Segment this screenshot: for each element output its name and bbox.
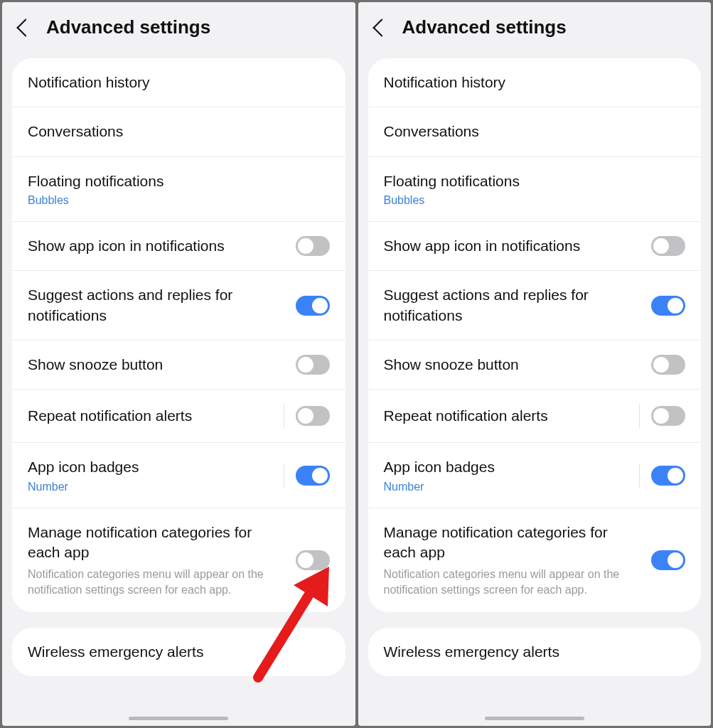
divider bbox=[639, 464, 640, 488]
row-label: Wireless emergency alerts bbox=[384, 642, 686, 662]
back-icon[interactable] bbox=[372, 18, 390, 36]
row-sub: Bubbles bbox=[28, 194, 330, 207]
row-label: Show app icon in notifications bbox=[28, 236, 284, 256]
settings-card-secondary: Wireless emergency alerts bbox=[12, 628, 345, 676]
toggle-app-icon-badges[interactable] bbox=[651, 466, 685, 486]
toggle-manage-categories[interactable] bbox=[651, 550, 685, 570]
toggle-show-app-icon[interactable] bbox=[651, 236, 685, 256]
divider bbox=[284, 404, 284, 428]
row-sub: Bubbles bbox=[384, 194, 686, 207]
divider bbox=[639, 404, 640, 428]
header: Advanced settings bbox=[2, 2, 355, 58]
row-label: Suggest actions and replies for notifica… bbox=[28, 285, 284, 326]
toggle-app-icon-badges[interactable] bbox=[296, 466, 330, 486]
phone-left: Advanced settings Notification history C… bbox=[2, 2, 355, 726]
row-floating-notifications[interactable]: Floating notifications Bubbles bbox=[12, 157, 345, 222]
row-label: Repeat notification alerts bbox=[28, 406, 272, 426]
row-label: Suggest actions and replies for notifica… bbox=[384, 285, 640, 326]
row-label: Manage notification categories for each … bbox=[384, 523, 640, 563]
row-show-app-icon[interactable]: Show app icon in notifications bbox=[12, 222, 345, 271]
row-notification-history[interactable]: Notification history bbox=[12, 58, 345, 107]
toggle-snooze-button[interactable] bbox=[651, 355, 685, 375]
row-sub: Number bbox=[384, 481, 628, 493]
row-suggest-actions[interactable]: Suggest actions and replies for notifica… bbox=[12, 271, 345, 341]
row-label: Floating notifications bbox=[28, 171, 330, 191]
row-wireless-alerts[interactable]: Wireless emergency alerts bbox=[12, 628, 345, 676]
row-desc: Notification categories menu will appear… bbox=[28, 567, 284, 597]
row-conversations[interactable]: Conversations bbox=[12, 107, 345, 156]
toggle-suggest-actions[interactable] bbox=[651, 296, 685, 316]
toggle-snooze-button[interactable] bbox=[296, 355, 330, 375]
row-desc: Notification categories menu will appear… bbox=[384, 567, 640, 597]
divider bbox=[284, 464, 284, 488]
row-label: Show app icon in notifications bbox=[384, 236, 640, 256]
row-notification-history[interactable]: Notification history bbox=[368, 58, 702, 107]
home-indicator[interactable] bbox=[129, 717, 228, 720]
row-label: Repeat notification alerts bbox=[384, 406, 628, 426]
row-app-icon-badges[interactable]: App icon badges Number bbox=[368, 443, 702, 508]
row-app-icon-badges[interactable]: App icon badges Number bbox=[12, 443, 345, 508]
row-label: Floating notifications bbox=[384, 171, 686, 191]
header: Advanced settings bbox=[358, 2, 712, 58]
row-repeat-alerts[interactable]: Repeat notification alerts bbox=[368, 390, 702, 443]
toggle-manage-categories[interactable] bbox=[296, 550, 330, 570]
row-label: Show snooze button bbox=[28, 355, 284, 375]
toggle-show-app-icon[interactable] bbox=[296, 236, 330, 256]
settings-card-main: Notification history Conversations Float… bbox=[368, 58, 702, 612]
toggle-suggest-actions[interactable] bbox=[296, 296, 330, 316]
row-label: Show snooze button bbox=[384, 355, 640, 375]
toggle-repeat-alerts[interactable] bbox=[296, 406, 330, 426]
row-label: Conversations bbox=[28, 122, 330, 141]
toggle-repeat-alerts[interactable] bbox=[651, 406, 685, 426]
row-label: App icon badges bbox=[384, 457, 628, 477]
row-conversations[interactable]: Conversations bbox=[368, 107, 702, 156]
back-icon[interactable] bbox=[16, 18, 34, 36]
row-wireless-alerts[interactable]: Wireless emergency alerts bbox=[368, 628, 702, 676]
settings-card-main: Notification history Conversations Float… bbox=[12, 58, 345, 612]
row-label: Conversations bbox=[384, 122, 686, 141]
row-manage-categories[interactable]: Manage notification categories for each … bbox=[368, 508, 702, 612]
row-floating-notifications[interactable]: Floating notifications Bubbles bbox=[368, 157, 702, 222]
row-label: Notification history bbox=[384, 73, 686, 92]
row-repeat-alerts[interactable]: Repeat notification alerts bbox=[12, 390, 345, 443]
row-label: Manage notification categories for each … bbox=[28, 523, 284, 563]
row-label: Wireless emergency alerts bbox=[28, 642, 330, 662]
row-label: App icon badges bbox=[28, 457, 272, 477]
phone-right: Advanced settings Notification history C… bbox=[358, 2, 712, 726]
row-sub: Number bbox=[28, 481, 272, 493]
row-suggest-actions[interactable]: Suggest actions and replies for notifica… bbox=[368, 271, 702, 341]
row-show-app-icon[interactable]: Show app icon in notifications bbox=[368, 222, 702, 271]
settings-card-secondary: Wireless emergency alerts bbox=[368, 628, 702, 676]
page-title: Advanced settings bbox=[402, 16, 567, 38]
page-title: Advanced settings bbox=[46, 16, 210, 38]
row-label: Notification history bbox=[28, 73, 330, 92]
row-snooze-button[interactable]: Show snooze button bbox=[12, 341, 345, 390]
row-manage-categories[interactable]: Manage notification categories for each … bbox=[12, 508, 345, 612]
home-indicator[interactable] bbox=[485, 717, 584, 720]
row-snooze-button[interactable]: Show snooze button bbox=[368, 341, 702, 390]
